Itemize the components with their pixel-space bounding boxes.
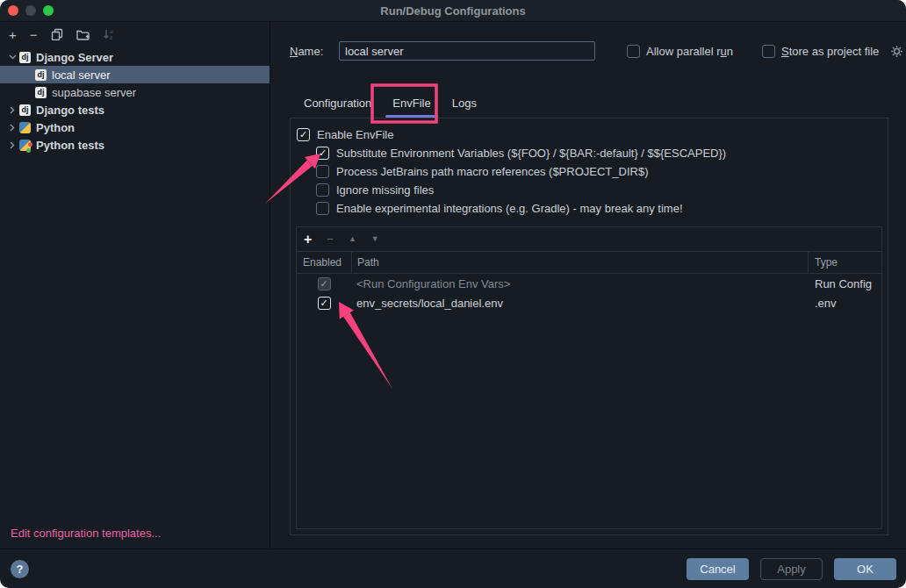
store-as-project-file-checkbox[interactable] (762, 45, 775, 58)
table-toolbar: + − ▲ ▼ (297, 227, 881, 252)
column-header-enabled[interactable]: Enabled (297, 256, 351, 269)
tree-group-label: Django Server (36, 51, 113, 64)
remove-configuration-icon[interactable]: − (30, 28, 38, 41)
sidebar-toolbar: + − az (0, 22, 270, 47)
row-type: .env (809, 293, 881, 312)
tree-group-python[interactable]: Python (0, 118, 270, 136)
help-button[interactable]: ? (11, 560, 29, 578)
table-row[interactable]: ✓ env_secrets/local_daniel.env .env (297, 293, 881, 312)
sort-alphabetically-icon[interactable]: az (103, 28, 115, 40)
name-label: Name: (290, 45, 339, 58)
python-icon (19, 122, 31, 133)
option-ignore-missing-files[interactable]: Ignore missing files (316, 181, 881, 199)
remove-env-file-icon[interactable]: − (327, 233, 334, 245)
chevron-down-icon[interactable] (5, 54, 19, 60)
column-header-type[interactable]: Type (808, 252, 881, 273)
tree-group-python-tests[interactable]: Python tests (0, 136, 270, 154)
tree-group-django-tests[interactable]: dj Django tests (0, 101, 270, 118)
add-configuration-icon[interactable]: + (9, 28, 17, 41)
envfile-tab-panel: ✓ Enable EnvFile ✓ Substitute Environmen… (290, 118, 888, 535)
experimental-integrations-checkbox[interactable] (316, 202, 329, 215)
chevron-right-icon[interactable] (5, 124, 19, 132)
store-as-project-file-option[interactable]: Store as project file (762, 45, 903, 58)
tree-item-supabase-server[interactable]: dj supabase server (0, 83, 270, 101)
configuration-editor: Name: Allow parallel run Store as projec… (270, 22, 906, 549)
move-up-icon[interactable]: ▲ (349, 235, 356, 243)
cancel-button[interactable]: Cancel (687, 558, 749, 580)
svg-text:z: z (110, 34, 112, 40)
process-path-macros-checkbox[interactable] (316, 165, 329, 178)
option-label: Enable EnvFile (317, 128, 393, 141)
row-enabled-checkbox: ✓ (318, 277, 331, 290)
tree-group-label: Python tests (36, 139, 104, 152)
edit-configuration-templates-link[interactable]: Edit configuration templates... (11, 527, 161, 540)
dialog-footer: ? Cancel Apply OK (0, 549, 906, 588)
configurations-sidebar: + − az dj Django Server (0, 22, 270, 549)
row-enabled-checkbox[interactable]: ✓ (318, 297, 331, 310)
svg-text:a: a (110, 28, 113, 34)
tab-configuration[interactable]: Configuration (293, 90, 382, 118)
new-folder-icon[interactable] (76, 29, 90, 40)
tree-group-label: Python (36, 121, 75, 134)
name-input[interactable] (339, 41, 595, 61)
ok-button[interactable]: OK (834, 558, 896, 580)
django-icon: dj (19, 52, 31, 63)
tree-item-local-server[interactable]: dj local server (0, 66, 270, 83)
django-icon: dj (35, 87, 47, 98)
tree-item-label: local server (52, 68, 110, 82)
tree-group-label: Django tests (36, 104, 104, 117)
window-title: Run/Debug Configurations (0, 4, 906, 18)
option-process-path-macros[interactable]: Process JetBrains path macro references … (316, 162, 881, 181)
gear-icon[interactable] (890, 45, 903, 58)
tree-group-django-server[interactable]: dj Django Server (0, 48, 270, 66)
tab-logs[interactable]: Logs (442, 90, 487, 118)
option-label: Ignore missing files (336, 183, 434, 197)
option-enable-envfile[interactable]: ✓ Enable EnvFile (297, 125, 881, 144)
allow-parallel-run-option[interactable]: Allow parallel run (627, 45, 733, 58)
option-label: Substitute Environment Variables (${FOO}… (336, 147, 726, 160)
option-label: Enable experimental integrations (e.g. G… (336, 202, 683, 215)
allow-parallel-run-label: Allow parallel run (646, 45, 733, 58)
row-path: env_secrets/local_daniel.env (351, 293, 809, 312)
django-icon: dj (35, 69, 47, 81)
row-path: <Run Configuration Env Vars> (351, 274, 809, 293)
configuration-tree: dj Django Server dj local server dj supa… (0, 48, 270, 154)
row-type: Run Config (809, 274, 881, 293)
chevron-right-icon[interactable] (5, 106, 19, 114)
django-tests-icon: dj (19, 104, 31, 116)
option-substitute-env-vars[interactable]: ✓ Substitute Environment Variables (${FO… (316, 144, 881, 162)
python-tests-icon (19, 140, 31, 151)
run-debug-configurations-dialog: Run/Debug Configurations + − az (0, 0, 906, 588)
ignore-missing-files-checkbox[interactable] (316, 183, 329, 197)
enable-envfile-checkbox[interactable]: ✓ (297, 128, 310, 141)
add-env-file-icon[interactable]: + (304, 233, 312, 247)
option-experimental-integrations[interactable]: Enable experimental integrations (e.g. G… (316, 199, 881, 218)
env-files-table: + − ▲ ▼ Enabled Path Type ✓ <Run Configu… (296, 226, 882, 529)
allow-parallel-run-checkbox[interactable] (627, 45, 640, 58)
table-header: Enabled Path Type (297, 252, 881, 274)
title-bar: Run/Debug Configurations (0, 0, 906, 22)
column-header-path[interactable]: Path (351, 252, 808, 273)
tab-envfile[interactable]: EnvFile (382, 90, 441, 118)
envfile-options: ✓ Enable EnvFile ✓ Substitute Environmen… (291, 118, 888, 226)
move-down-icon[interactable]: ▼ (371, 235, 379, 243)
apply-button[interactable]: Apply (760, 558, 823, 580)
option-label: Process JetBrains path macro references … (336, 165, 648, 178)
chevron-right-icon[interactable] (5, 141, 19, 149)
table-row[interactable]: ✓ <Run Configuration Env Vars> Run Confi… (297, 274, 881, 293)
tree-item-label: supabase server (52, 86, 136, 99)
store-as-project-file-label: Store as project file (781, 45, 879, 58)
substitute-env-vars-checkbox[interactable]: ✓ (316, 147, 329, 160)
copy-configuration-icon[interactable] (51, 28, 63, 40)
configuration-tabs: Configuration EnvFile Logs (293, 89, 487, 118)
